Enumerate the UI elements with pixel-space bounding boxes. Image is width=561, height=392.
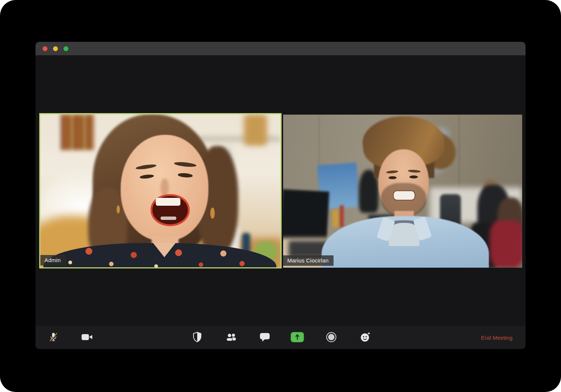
dark-monitor-shape bbox=[283, 189, 329, 243]
meeting-toolbar: End Meeting bbox=[35, 326, 526, 349]
video-grid: Admin bbox=[35, 55, 526, 326]
eye-right-shape bbox=[409, 175, 418, 178]
share-screen-button[interactable] bbox=[289, 326, 306, 349]
earring-left-shape bbox=[117, 205, 120, 214]
desktop-background: Admin bbox=[0, 0, 561, 392]
shield-icon bbox=[192, 332, 202, 344]
eye-left-shape bbox=[388, 176, 397, 179]
record-circle-icon bbox=[325, 331, 337, 344]
video-button[interactable] bbox=[79, 326, 95, 349]
nose-shape bbox=[161, 178, 169, 196]
red-desk-item-shape bbox=[340, 205, 344, 227]
chat-bubble-icon bbox=[259, 332, 270, 343]
share-screen-arrow-icon bbox=[290, 331, 305, 344]
record-button[interactable] bbox=[323, 326, 340, 349]
mute-button[interactable] bbox=[45, 326, 62, 349]
teeth-shape bbox=[156, 198, 180, 206]
window-titlebar bbox=[35, 42, 526, 55]
security-button[interactable] bbox=[189, 326, 205, 349]
trophy-shape bbox=[332, 210, 339, 227]
maximize-window-button[interactable] bbox=[63, 46, 68, 51]
minimize-window-button[interactable] bbox=[53, 46, 58, 51]
zoom-meeting-window: Admin bbox=[35, 42, 526, 349]
participants-icon bbox=[225, 332, 238, 343]
participant-name-badge: Admin bbox=[40, 255, 66, 265]
wood-item-shape bbox=[244, 114, 267, 146]
video-tile-admin[interactable]: Admin bbox=[39, 113, 282, 268]
video-tile-marius[interactable]: Marius Ciocirlan bbox=[283, 115, 522, 268]
close-window-button[interactable] bbox=[43, 46, 47, 51]
end-meeting-button[interactable]: End Meeting bbox=[479, 326, 515, 349]
concrete-seam-shape bbox=[459, 115, 460, 189]
chat-button[interactable] bbox=[257, 326, 273, 349]
earring-right-shape bbox=[210, 208, 215, 219]
participants-button[interactable] bbox=[223, 326, 239, 349]
smiley-plus-icon bbox=[359, 331, 371, 344]
bookshelf-shape bbox=[61, 114, 94, 150]
red-sweater-shape bbox=[490, 220, 522, 268]
lower-teeth-shape bbox=[161, 217, 176, 220]
reactions-button[interactable] bbox=[357, 326, 374, 349]
microphone-muted-icon bbox=[48, 332, 59, 344]
participant-name-badge: Marius Ciocirlan bbox=[283, 255, 334, 266]
smile-teeth-shape bbox=[393, 190, 415, 200]
video-camera-icon bbox=[81, 333, 93, 343]
